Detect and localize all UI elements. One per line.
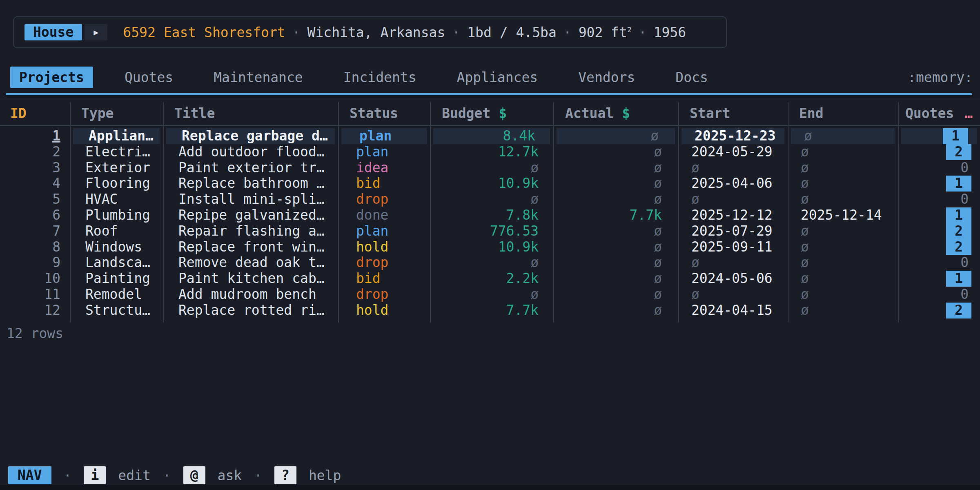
table-row[interactable]: 3 Exterior Paint exterior tr… idea ø ø ø…	[0, 160, 980, 176]
cell-status: hold	[338, 303, 430, 318]
column-header-start[interactable]: Start	[678, 101, 788, 125]
cell-type: Flooring	[70, 176, 163, 192]
app-window: House ▶ 6592 East Shoresfort · Wichita, …	[0, 0, 980, 490]
key-at[interactable]: @	[183, 466, 205, 484]
cell-title: Paint exterior tr…	[163, 160, 338, 176]
column-header-status[interactable]: Status	[338, 101, 430, 125]
dollar-icon: $	[622, 105, 630, 121]
cell-quotes: 1	[898, 128, 980, 144]
column-header-title[interactable]: Title	[163, 101, 338, 125]
column-header-budget[interactable]: Budget$	[430, 101, 553, 125]
cell-type: Roof	[70, 223, 163, 239]
table-row[interactable]: 5 HVAC Install mini-spli… drop ø ø ø ø 0	[0, 192, 980, 207]
key-edit-label: edit	[118, 468, 150, 483]
column-header-end[interactable]: End	[788, 101, 898, 125]
cell-actual: ø	[553, 271, 678, 287]
cell-budget: 7.7k	[430, 303, 553, 318]
cell-quotes: 1	[898, 271, 980, 287]
cell-start: 2024-04-15	[678, 303, 788, 318]
cell-end: ø	[788, 144, 898, 160]
cell-actual: ø	[553, 287, 678, 303]
tab-projects[interactable]: Projects	[10, 67, 93, 88]
column-header-id[interactable]: ID	[0, 101, 70, 125]
key-ask-label: ask	[218, 468, 242, 483]
cell-start: 2025-07-29	[678, 223, 788, 239]
cell-start: ø	[678, 287, 788, 303]
cell-id: 8	[0, 239, 70, 255]
tab-vendors[interactable]: Vendors	[578, 69, 635, 85]
key-question[interactable]: ?	[274, 466, 296, 484]
cell-status: hold	[338, 239, 430, 255]
cell-title: Replace garbage d…	[163, 128, 338, 144]
cell-budget: ø	[430, 287, 553, 303]
play-icon: ▶	[94, 27, 98, 37]
tab-appliances[interactable]: Appliances	[457, 69, 538, 85]
table-row[interactable]: 10 Painting Paint kitchen cab… bid 2.2k …	[0, 271, 980, 287]
dot-separator: ·	[254, 468, 262, 483]
cell-type: Windows	[70, 239, 163, 255]
cell-title: Add outdoor flood…	[163, 144, 338, 160]
cell-type: HVAC	[70, 192, 163, 207]
table-header: ID Type Title Status Budget$ Actual$ Sta…	[0, 101, 980, 125]
cell-quotes: 2	[898, 144, 980, 160]
mode-badge: NAV	[8, 466, 51, 484]
table-row[interactable]: 2 Electri… Add outdoor flood… plan 12.7k…	[0, 144, 980, 160]
dot-separator: ·	[163, 468, 171, 483]
cell-end: ø	[788, 176, 898, 192]
cell-status: done	[338, 207, 430, 223]
cell-quotes: 2	[898, 239, 980, 255]
tab-maintenance[interactable]: Maintenance	[214, 69, 303, 85]
cell-id: 7	[0, 223, 70, 239]
expand-button[interactable]: ▶	[85, 24, 107, 40]
cell-id: 11	[0, 287, 70, 303]
cell-type: Plumbing	[70, 207, 163, 223]
cell-status: drop	[338, 192, 430, 207]
table-row[interactable]: 6 Plumbing Repipe galvanized… done 7.8k …	[0, 207, 980, 223]
tab-docs[interactable]: Docs	[675, 69, 708, 85]
column-header-type[interactable]: Type	[70, 101, 163, 125]
status-bar: NAV · i edit · @ ask · ? help	[8, 466, 341, 484]
cell-budget: 12.7k	[430, 144, 553, 160]
table-row[interactable]: 8 Windows Replace front win… hold 10.9k …	[0, 239, 980, 255]
property-beds-baths: 1bd / 4.5ba	[467, 24, 557, 40]
cell-actual: ø	[553, 223, 678, 239]
key-i[interactable]: i	[84, 466, 106, 484]
column-header-actual[interactable]: Actual$	[553, 101, 678, 125]
table-row[interactable]: 7 Roof Repair flashing a… plan 776.53 ø …	[0, 223, 980, 239]
tab-underline	[6, 93, 972, 95]
cell-end: ø	[788, 160, 898, 176]
cell-status: plan	[338, 128, 430, 144]
cell-title: Replace rotted ri…	[163, 303, 338, 318]
cell-start: ø	[678, 192, 788, 207]
tab-quotes[interactable]: Quotes	[125, 69, 173, 85]
cell-budget: 2.2k	[430, 271, 553, 287]
table-row[interactable]: 4 Flooring Replace bathroom … bid 10.9k …	[0, 176, 980, 192]
cell-actual: 7.7k	[553, 207, 678, 223]
cell-title: Add mudroom bench	[163, 287, 338, 303]
table-row[interactable]: 11 Remodel Add mudroom bench drop ø ø ø …	[0, 287, 980, 303]
cell-budget: ø	[430, 192, 553, 207]
table-row[interactable]: 9 Landsca… Remove dead oak t… drop ø ø ø…	[0, 255, 980, 271]
more-columns-icon: …	[964, 105, 972, 121]
cell-type: Applian…	[70, 128, 163, 144]
table-row[interactable]: 12 Structu… Replace rotted ri… hold 7.7k…	[0, 303, 980, 318]
cell-status: plan	[338, 223, 430, 239]
table-row[interactable]: 1 Applian… Replace garbage d… plan 8.4k …	[0, 128, 980, 144]
property-area: 902 ft2	[579, 24, 632, 40]
cell-quotes: 0	[898, 255, 980, 271]
cell-type: Electri…	[70, 144, 163, 160]
window-bottom-edge	[0, 485, 980, 490]
cell-end: ø	[788, 271, 898, 287]
cell-status: idea	[338, 160, 430, 176]
entity-badge[interactable]: House	[24, 24, 82, 40]
cell-actual: ø	[553, 144, 678, 160]
column-header-quotes[interactable]: Quotes…	[898, 101, 980, 125]
tab-incidents[interactable]: Incidents	[343, 69, 416, 85]
cell-type: Painting	[70, 271, 163, 287]
cell-actual: ø	[553, 128, 678, 144]
cell-actual: ø	[553, 303, 678, 318]
cell-start: 2024-05-06	[678, 271, 788, 287]
cell-budget: 10.9k	[430, 176, 553, 192]
cell-budget: 7.8k	[430, 207, 553, 223]
cell-budget: 10.9k	[430, 239, 553, 255]
